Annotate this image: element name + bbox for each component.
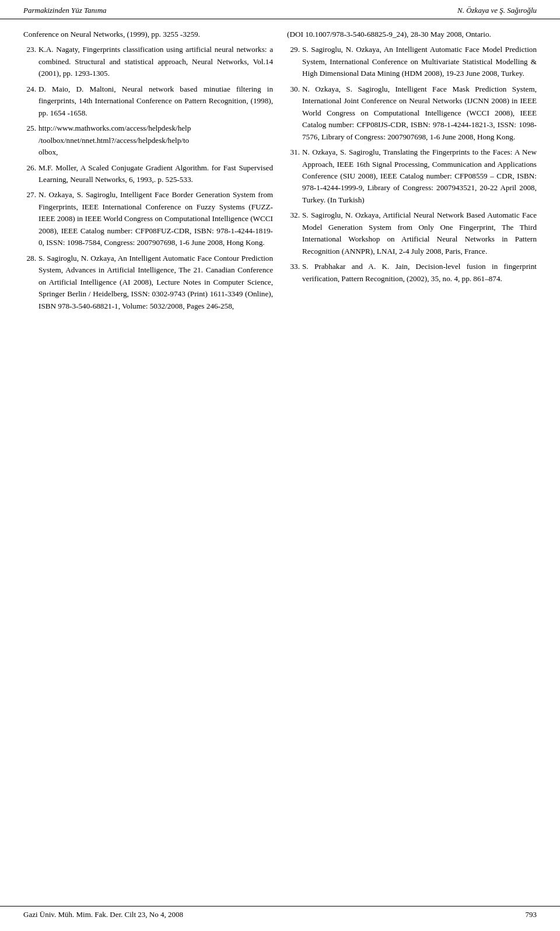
ref-entry-right-2: 30.N. Ozkaya, S. Sagiroglu, Intelligent … xyxy=(287,83,537,143)
ref-text: K.A. Nagaty, Fingerprints classification… xyxy=(38,44,273,79)
ref-text: N. Ozkaya, S. Sagiroglu, Intelligent Fac… xyxy=(38,189,273,249)
column-left: Conference on Neural Networks, (1999), p… xyxy=(23,29,273,316)
ref-num: 29. xyxy=(287,44,300,79)
ref-num: 30. xyxy=(287,83,300,143)
page-footer: Gazi Üniv. Müh. Mim. Fak. Der. Cilt 23, … xyxy=(0,906,560,925)
ref-text: N. Ozkaya, S. Sagiroglu, Intelligent Fac… xyxy=(302,83,537,143)
ref-num: 31. xyxy=(287,146,300,206)
ref-link[interactable]: http://www.mathworks.com/access/helpdesk… xyxy=(38,124,191,156)
ref-num: 32. xyxy=(287,209,300,257)
ref-text: M.F. Moller, A Scaled Conjugate Gradient… xyxy=(38,162,273,186)
ref-text: S. Prabhakar and A. K. Jain, Decision-le… xyxy=(302,261,537,285)
ref-entry-right-1: 29.S. Sagiroglu, N. Ozkaya, An Intellige… xyxy=(287,44,537,79)
ref-entry-left-6: 28.S. Sagiroglu, N. Ozkaya, An Intellige… xyxy=(23,253,273,312)
ref-entry-left-5: 27.N. Ozkaya, S. Sagiroglu, Intelligent … xyxy=(23,189,273,249)
ref-entry-right-0: (DOI 10.1007/978-3-540-68825-9_24), 28-3… xyxy=(287,29,537,40)
ref-num: 33. xyxy=(287,261,300,285)
ref-text: (DOI 10.1007/978-3-540-68825-9_24), 28-3… xyxy=(287,29,537,40)
ref-entry-left-3: 25.http://www.mathworks.com/access/helpd… xyxy=(23,123,273,158)
page-header: Parmakizinden Yüz Tanıma N. Özkaya ve Ş.… xyxy=(0,0,560,19)
ref-text: S. Sagiroglu, N. Ozkaya, An Intelligent … xyxy=(302,44,537,79)
ref-text: S. Sagiroglu, N. Ozkaya, Artificial Neur… xyxy=(302,209,537,257)
footer-right: 793 xyxy=(526,910,537,919)
column-right: (DOI 10.1007/978-3-540-68825-9_24), 28-3… xyxy=(287,29,537,316)
ref-entry-left-4: 26.M.F. Moller, A Scaled Conjugate Gradi… xyxy=(23,162,273,186)
ref-num: 28. xyxy=(23,253,36,312)
ref-text: Conference on Neural Networks, (1999), p… xyxy=(23,29,273,40)
ref-entry-left-0: Conference on Neural Networks, (1999), p… xyxy=(23,29,273,40)
footer-left: Gazi Üniv. Müh. Mim. Fak. Der. Cilt 23, … xyxy=(23,910,183,919)
ref-text: http://www.mathworks.com/access/helpdesk… xyxy=(38,123,273,158)
ref-num: 23. xyxy=(23,44,36,79)
ref-num: 24. xyxy=(23,83,36,119)
header-left: Parmakizinden Yüz Tanıma xyxy=(23,6,107,15)
ref-entry-left-1: 23.K.A. Nagaty, Fingerprints classificat… xyxy=(23,44,273,79)
ref-entry-left-2: 24.D. Maio, D. Maltoni, Neural network b… xyxy=(23,83,273,119)
ref-num: 27. xyxy=(23,189,36,249)
header-right: N. Özkaya ve Ş. Sağıroğlu xyxy=(457,6,537,15)
ref-text: D. Maio, D. Maltoni, Neural network base… xyxy=(38,83,273,119)
ref-text: N. Ozkaya, S. Sagiroglu, Translating the… xyxy=(302,146,537,206)
ref-num: 26. xyxy=(23,162,36,186)
ref-entry-right-4: 32.S. Sagiroglu, N. Ozkaya, Artificial N… xyxy=(287,209,537,257)
ref-entry-right-5: 33.S. Prabhakar and A. K. Jain, Decision… xyxy=(287,261,537,285)
ref-text: S. Sagiroglu, N. Ozkaya, An Intelligent … xyxy=(38,253,273,312)
ref-entry-right-3: 31.N. Ozkaya, S. Sagiroglu, Translating … xyxy=(287,146,537,206)
content-area: Conference on Neural Networks, (1999), p… xyxy=(0,19,560,316)
ref-num: 25. xyxy=(23,123,36,158)
